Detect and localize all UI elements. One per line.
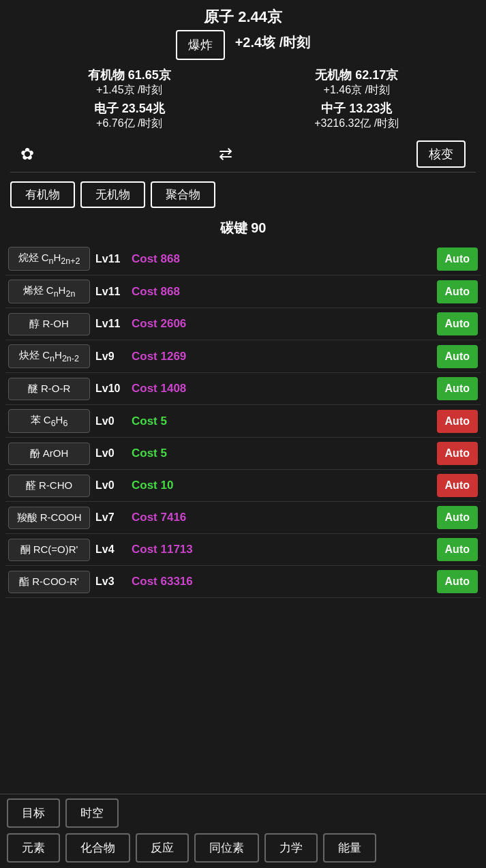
compound-name: 醛 R-CHO	[8, 475, 90, 497]
tab-polymer[interactable]: 聚合物	[151, 181, 215, 208]
compound-cost: Cost 63316	[132, 575, 431, 588]
compound-name: 羧酸 R-COOH	[8, 507, 90, 529]
mechanics-button[interactable]: 力学	[264, 833, 318, 863]
compound-row: 醛 R-CHOLv0Cost 10Auto	[5, 470, 481, 502]
compound-level: Lv11	[95, 318, 126, 330]
explode-button[interactable]: 爆炸	[176, 30, 225, 60]
shuffle-icon: ⇄	[219, 145, 232, 164]
compound-cost: Cost 11713	[132, 543, 431, 556]
electron-block: 电子 23.54兆 +6.76亿 /时刻	[17, 100, 242, 131]
auto-button[interactable]: Auto	[437, 280, 478, 303]
compound-cost: Cost 868	[132, 252, 431, 266]
compound-cost: Cost 7416	[132, 511, 431, 524]
compound-level: Lv4	[95, 543, 126, 556]
compound-cost: Cost 5	[132, 447, 431, 460]
compound-level: Lv0	[95, 415, 126, 428]
compound-name: 酯 R-COO-R'	[8, 571, 90, 593]
reaction-button[interactable]: 反应	[136, 833, 189, 863]
compound-row: 酚 ArOHLv0Cost 5Auto	[5, 438, 481, 470]
energy-button[interactable]: 能量	[323, 833, 376, 863]
neutron-label: 中子 13.23兆	[245, 100, 470, 117]
auto-button[interactable]: Auto	[437, 538, 478, 561]
compound-row: 醇 R-OHLv11Cost 2606Auto	[5, 308, 481, 340]
tab-inorganic[interactable]: 无机物	[80, 181, 145, 208]
auto-button[interactable]: Auto	[437, 377, 478, 400]
compound-cost: Cost 5	[132, 415, 431, 428]
auto-button[interactable]: Auto	[437, 506, 478, 529]
compound-list: 烷烃 CnH2n+2Lv11Cost 868Auto烯烃 CnH2nLv11Co…	[0, 243, 486, 598]
compound-name: 醚 R-O-R	[8, 378, 90, 400]
auto-button[interactable]: Auto	[437, 410, 478, 433]
auto-button[interactable]: Auto	[437, 570, 478, 593]
organic-block: 有机物 61.65京 +1.45京 /时刻	[17, 67, 242, 98]
section-title: 碳键 90	[0, 213, 486, 243]
compound-level: Lv9	[95, 350, 126, 363]
nuclear-button[interactable]: 核变	[416, 140, 466, 168]
icon-row: ✿ ⇄ 核变	[10, 136, 476, 173]
auto-button[interactable]: Auto	[437, 474, 478, 497]
atom-rate: +2.4垓 /时刻	[235, 33, 311, 52]
compound-cost: Cost 868	[132, 285, 431, 299]
compound-name: 酮 RC(=O)R'	[8, 539, 90, 561]
top-section: 原子 2.44京 爆炸 +2.4垓 /时刻 有机物 61.65京 +1.45京 …	[0, 0, 486, 176]
compound-name: 醇 R-OH	[8, 313, 90, 335]
tab-organic[interactable]: 有机物	[10, 181, 75, 208]
compound-button[interactable]: 化合物	[65, 833, 130, 863]
target-button[interactable]: 目标	[7, 798, 60, 828]
compound-level: Lv11	[95, 253, 126, 265]
compound-level: Lv7	[95, 511, 126, 524]
compound-name: 烯烃 CnH2n	[8, 280, 90, 303]
organic-label: 有机物 61.65京	[17, 67, 242, 83]
compound-name: 烷烃 CnH2n+2	[8, 247, 90, 271]
flower-icon: ✿	[20, 145, 34, 164]
neutron-block: 中子 13.23兆 +3216.32亿 /时刻	[245, 100, 470, 131]
compound-cost: Cost 2606	[132, 317, 431, 331]
compound-row: 酮 RC(=O)R'Lv4Cost 11713Auto	[5, 534, 481, 566]
tab-row: 有机物 无机物 聚合物	[0, 176, 486, 213]
isotope-button[interactable]: 同位素	[194, 833, 259, 863]
compound-row: 烷烃 CnH2n+2Lv11Cost 868Auto	[5, 243, 481, 275]
compound-cost: Cost 1269	[132, 350, 431, 363]
spacetime-button[interactable]: 时空	[65, 798, 119, 828]
auto-button[interactable]: Auto	[437, 248, 478, 271]
compound-level: Lv0	[95, 479, 126, 492]
inorganic-label: 无机物 62.17京	[245, 67, 470, 83]
auto-button[interactable]: Auto	[437, 442, 478, 465]
atom-info: 原子 2.44京	[10, 7, 476, 27]
electron-label: 电子 23.54兆	[17, 100, 242, 117]
compound-cost: Cost 10	[132, 479, 431, 492]
compound-row: 酯 R-COO-R'Lv3Cost 63316Auto	[5, 566, 481, 598]
compound-row: 烯烃 CnH2nLv11Cost 868Auto	[5, 275, 481, 308]
compound-name: 苯 C6H6	[8, 409, 90, 433]
auto-button[interactable]: Auto	[437, 312, 478, 335]
bottom-nav: 目标 时空 元素 化合物 反应 同位素 力学 能量	[0, 794, 486, 868]
compound-level: Lv0	[95, 447, 126, 460]
inorganic-block: 无机物 62.17京 +1.46京 /时刻	[245, 67, 470, 98]
compound-row: 醚 R-O-RLv10Cost 1408Auto	[5, 373, 481, 405]
compound-row: 苯 C6H6Lv0Cost 5Auto	[5, 405, 481, 438]
compound-row: 炔烃 CnH2n-2Lv9Cost 1269Auto	[5, 340, 481, 373]
auto-button[interactable]: Auto	[437, 345, 478, 368]
compound-level: Lv11	[95, 286, 126, 298]
electron-rate: +6.76亿 /时刻	[17, 117, 242, 131]
element-button[interactable]: 元素	[7, 833, 60, 863]
compound-row: 羧酸 R-COOHLv7Cost 7416Auto	[5, 502, 481, 534]
compound-name: 炔烃 CnH2n-2	[8, 344, 90, 368]
organic-rate: +1.45京 /时刻	[17, 83, 242, 98]
compound-level: Lv3	[95, 575, 126, 588]
compound-name: 酚 ArOH	[8, 443, 90, 465]
inorganic-rate: +1.46京 /时刻	[245, 83, 470, 98]
compound-cost: Cost 1408	[132, 382, 431, 395]
compound-level: Lv10	[95, 383, 126, 395]
neutron-rate: +3216.32亿 /时刻	[245, 117, 470, 131]
